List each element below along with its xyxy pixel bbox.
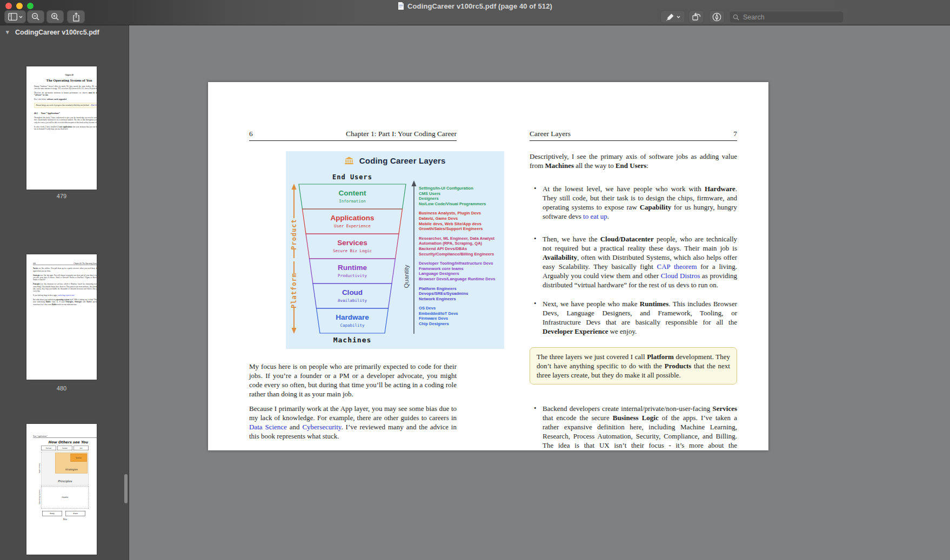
habits-label: Habits (42, 496, 89, 498)
role-line: Firmware Devs (419, 316, 503, 321)
text-segment: Throughout this book, I have endeavored … (34, 117, 97, 123)
section-title: Your “Applications” (41, 112, 60, 114)
paragraph: Human “hardware” doesn’t differ by much.… (34, 85, 97, 90)
chevron-down-icon (677, 16, 680, 18)
chapter-running-title: Chapter 1: Part I: Your Coding Career (346, 130, 457, 138)
text-link[interactable]: to eat up (583, 212, 607, 220)
role-line: CMS Users (419, 191, 503, 197)
search-icon (733, 14, 739, 21)
role-line: OS Devs (419, 306, 503, 311)
layer-sublabel: Information (339, 199, 366, 204)
zoom-out-button[interactable] (27, 10, 44, 23)
search-field[interactable] (729, 11, 844, 23)
intro-paragraph: Descriptively, I see the primary axis of… (530, 152, 737, 170)
text-segment: Backend developers create internal/priva… (543, 404, 713, 413)
text-segment: Strategies (33, 274, 41, 276)
coding-career-layers-diagram: Coding Career Layers End UsersMachinesCo… (286, 151, 504, 349)
search-input[interactable] (742, 13, 840, 22)
brain-box: Brain (65, 511, 85, 516)
paragraph: If you find any bugs in these apps, send… (33, 294, 97, 296)
text-segment: all the way to (574, 161, 616, 170)
text-link[interactable]: – Dan Gilbert (90, 104, 97, 106)
share-button[interactable] (67, 10, 85, 23)
you-label: You (41, 518, 89, 521)
column-box-human: Human (41, 446, 56, 451)
markup-toolbar-button[interactable] (709, 10, 725, 23)
role-line: Network Engineers (419, 296, 503, 302)
running-header: 464 Chapter 40: The Operating System of … (33, 262, 97, 265)
markup-pen-button[interactable] (660, 10, 685, 23)
zoom-in-button[interactable] (46, 10, 64, 23)
page-thumbnail-479[interactable]: Chapter 40 The Operating System of You H… (26, 66, 97, 190)
book-page-6: 6 Chapter 1: Part I: Your Coding Career … (249, 82, 457, 450)
text-segment: Then, we have the (543, 235, 600, 243)
quantity-arrowhead (412, 180, 417, 186)
sidebar-panel-icon (8, 13, 17, 21)
text-link[interactable]: CAP theorem (657, 262, 697, 271)
layer-name: Runtime (338, 264, 367, 272)
layer-sublabel: Productivity (338, 273, 367, 278)
text-segment: The three layers we just covered I call (537, 353, 647, 361)
text-link[interactable]: Cybersecurity (302, 423, 341, 431)
sidebar-document-header[interactable]: ▾ CodingCareer v100rc5.pdf (0, 28, 129, 40)
chapter-kicker: Chapter 40 (34, 74, 97, 76)
zoom-out-icon (31, 12, 40, 21)
section-heading: 40.1 Your “Applications” (34, 112, 97, 114)
book-page-7: Career Layers 7 Descriptively, I see the… (530, 82, 737, 450)
thumbnail-page-content: 464 Chapter 40: The Operating System of … (26, 254, 97, 306)
window-title-text: CodingCareer v100rc5.pdf (page 40 of 512… (407, 2, 552, 10)
text-link[interactable]: Cloud Distros (661, 272, 700, 280)
role-line: Business Analysts, Plugin Devs (419, 211, 503, 216)
bullet-text: Next, we have people who make Runtimes. … (543, 300, 737, 335)
text-segment: Machines (545, 161, 574, 170)
page-header: 6 Chapter 1: Part I: Your Coding Career (249, 82, 457, 141)
role-line: Language Designers (419, 271, 503, 276)
role-group-services: Researcher, ML Engineer, Data AnalystAut… (419, 236, 503, 257)
pdf-page-spread[interactable]: 6 Chapter 1: Part I: Your Coding Career … (208, 82, 768, 450)
text-segment: operating system (56, 299, 69, 301)
end-users-label: End Users (332, 173, 372, 181)
role-line: Developer Tooling/Infrastructure Devs (419, 261, 503, 266)
text-segment: Habits (46, 301, 51, 303)
paragraph: Tactics are like utilities. You pull the… (33, 267, 97, 272)
text-segment: Tactics (33, 267, 38, 269)
page-header: Career Layers 7 (530, 82, 737, 141)
page-thumbnail-465[interactable]: Your “Applications” 465 How Others see Y… (26, 424, 97, 555)
page-number-label: 480 (26, 385, 97, 392)
diagram-title-text: Coding Career Layers (359, 156, 446, 165)
sidebar-document-title: CodingCareer v100rc5.pdf (15, 29, 99, 36)
disclosure-triangle-icon[interactable]: ▾ (6, 29, 9, 36)
bullet-marker: • (534, 234, 537, 243)
text-segment: Availability (543, 253, 577, 261)
rotate-icon (692, 12, 701, 21)
quote-callout: Human beings are works in progress that … (34, 103, 97, 107)
title-bar: CodingCareer v100rc5.pdf (page 40 of 512… (0, 0, 950, 25)
text-segment: work on your subconscious. (57, 303, 77, 306)
sidebar-scrollbar[interactable] (124, 474, 128, 503)
quantity-axis-label: Quantity (403, 265, 410, 288)
text-segment: At the lowest level, we have people who … (543, 185, 705, 193)
product-axis-label: Product (290, 219, 298, 250)
text-segment: Hardware (705, 185, 735, 193)
page-number: 6 (249, 130, 253, 138)
platform-note-callout: The three layers we just covered I call … (530, 347, 737, 384)
text-link[interactable]: Data Science (249, 423, 287, 431)
pdf-document-icon (398, 2, 404, 12)
text-segment: Runtimes (640, 300, 668, 308)
text-segment: Capability (640, 203, 672, 211)
role-line: Chip Designers (419, 321, 503, 327)
role-lists: Settings/In-UI ConfigurationCMS UsersDes… (419, 186, 503, 331)
bullet-item: • Next, we have people who make Runtimes… (530, 299, 737, 336)
paragraph: But what about your underlying operating… (33, 299, 97, 306)
rotate-left-button[interactable] (688, 10, 704, 23)
text-segment: Developer Experience (543, 327, 608, 335)
strategies-box: Tactics Strategies (55, 453, 88, 474)
product-arrowhead (292, 184, 297, 190)
sidebar-toggle-button[interactable] (4, 10, 26, 23)
text-segment: and (287, 423, 303, 431)
text-link[interactable]: send a bug report to me! (58, 294, 75, 296)
text-segment: In other words, I have installed 33 (34, 125, 59, 127)
text-segment: software can be upgraded (47, 98, 66, 100)
page-thumbnail-480[interactable]: 464 Chapter 40: The Operating System of … (26, 254, 97, 380)
role-line: Settings/In-UI Configuration (419, 186, 503, 191)
